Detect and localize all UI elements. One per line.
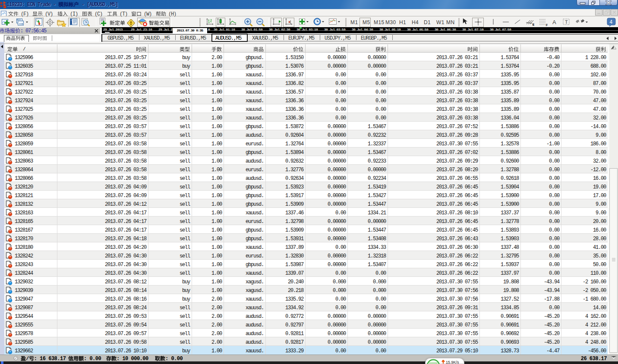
svg-text:15.9K/s: 15.9K/s — [446, 360, 459, 364]
svg-text:4: 4 — [610, 19, 613, 25]
